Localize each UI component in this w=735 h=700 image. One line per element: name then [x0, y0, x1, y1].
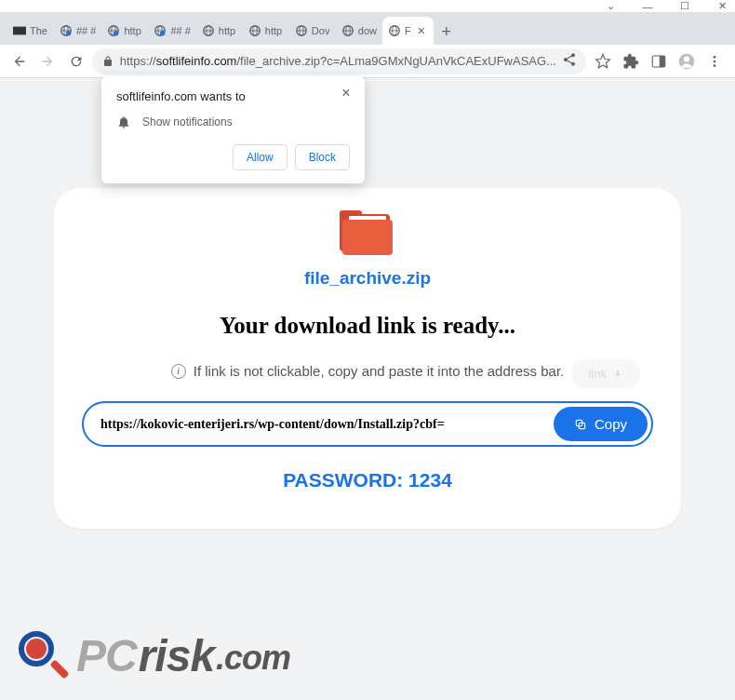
globe-icon — [341, 24, 354, 37]
info-icon: i — [171, 364, 186, 379]
globe-icon — [295, 24, 308, 37]
tab-label: ## # — [76, 25, 96, 36]
tab-label: dow — [358, 25, 377, 36]
menu-icon[interactable] — [702, 48, 728, 74]
favicon-icon — [13, 24, 26, 37]
forward-button[interactable] — [35, 48, 60, 74]
block-button[interactable]: Block — [295, 144, 350, 170]
globe-icon — [60, 24, 73, 37]
extensions-icon[interactable] — [618, 48, 644, 74]
tab-close-icon[interactable]: × — [415, 24, 428, 37]
address-bar[interactable]: https://softlifeinfo.com/file_archive.zi… — [92, 48, 586, 74]
tab-8-active[interactable]: F × — [382, 17, 434, 45]
toolbar: https://softlifeinfo.com/file_archive.zi… — [0, 45, 735, 78]
magnifier-icon — [17, 629, 69, 681]
tab-label: http — [219, 25, 235, 36]
hint-row: i If link is not clickable, copy and pas… — [82, 363, 653, 379]
svg-point-31 — [684, 56, 689, 61]
tab-label: The — [30, 25, 47, 36]
svg-rect-29 — [660, 56, 665, 67]
svg-point-12 — [160, 31, 165, 35]
tab-label: http — [265, 25, 282, 36]
svg-point-8 — [114, 31, 118, 35]
svg-rect-0 — [13, 27, 26, 35]
globe-icon — [154, 24, 167, 37]
window-dropdown-icon[interactable]: ⌄ — [605, 1, 616, 12]
popup-title: softlifeinfo.com wants to — [116, 89, 350, 103]
globe-icon — [107, 24, 120, 37]
download-url[interactable]: https://kokovic-enterijeri.rs/wp-content… — [100, 417, 554, 432]
bookmark-icon[interactable] — [590, 48, 616, 74]
window-close-button[interactable]: ✕ — [716, 1, 728, 12]
folder-icon — [340, 210, 395, 257]
tab-label: http — [124, 25, 140, 36]
tab-2[interactable]: http — [101, 17, 148, 45]
page-content: × softlifeinfo.com wants to Show notific… — [0, 78, 735, 700]
globe-icon — [248, 24, 261, 37]
tab-7[interactable]: dow — [336, 17, 382, 45]
svg-point-34 — [714, 64, 716, 67]
allow-button[interactable]: Allow — [233, 144, 287, 170]
file-name: file_archive.zip — [82, 268, 653, 289]
tab-3[interactable]: ## # — [148, 17, 195, 45]
tab-0[interactable]: The — [7, 17, 54, 45]
tab-4[interactable]: http — [196, 17, 243, 45]
window-maximize-button[interactable]: ☐ — [679, 1, 690, 12]
globe-icon — [202, 24, 215, 37]
new-tab-button[interactable]: + — [434, 19, 460, 45]
notification-permission-popup: × softlifeinfo.com wants to Show notific… — [101, 76, 365, 183]
popup-message: Show notifications — [142, 115, 233, 128]
back-button[interactable] — [7, 48, 32, 74]
side-panel-icon[interactable] — [646, 48, 672, 74]
tab-6[interactable]: Dov — [289, 17, 336, 45]
url-text: https://softlifeinfo.com/file_archive.zi… — [120, 54, 556, 68]
pcrisk-watermark: PCrisk.com — [17, 629, 290, 681]
download-arrow-icon — [612, 369, 623, 380]
svg-point-32 — [714, 56, 716, 59]
password-text: PASSWORD: 1234 — [82, 469, 653, 491]
tab-1[interactable]: ## # — [54, 17, 101, 45]
tab-label: Dov — [312, 25, 330, 36]
lock-icon — [101, 55, 114, 68]
tab-5[interactable]: http — [243, 17, 289, 45]
globe-icon — [388, 24, 401, 37]
download-card: file_archive.zip Your download link is r… — [54, 188, 681, 529]
tab-label: F — [405, 25, 411, 36]
copy-icon — [574, 418, 587, 431]
window-title-bar: ⌄ — ☐ ✕ — [0, 0, 735, 13]
svg-point-4 — [66, 31, 71, 35]
svg-point-33 — [714, 60, 716, 62]
profile-icon[interactable] — [674, 48, 700, 74]
link-button-ghost[interactable]: link — [571, 359, 640, 388]
popup-close-button[interactable]: × — [339, 86, 354, 101]
copy-button[interactable]: Copy — [554, 407, 648, 441]
share-icon[interactable] — [562, 52, 577, 70]
tab-label: ## # — [170, 25, 190, 36]
bell-icon — [116, 114, 131, 129]
reload-button[interactable] — [63, 48, 87, 74]
tab-strip: The ## # http ## # http http Dov dow F ×… — [0, 13, 735, 45]
hint-text: If link is not clickable, copy and paste… — [194, 363, 565, 379]
window-minimize-button[interactable]: — — [642, 1, 653, 12]
download-url-box: https://kokovic-enterijeri.rs/wp-content… — [82, 401, 653, 447]
ready-heading: Your download link is ready... — [82, 313, 653, 339]
